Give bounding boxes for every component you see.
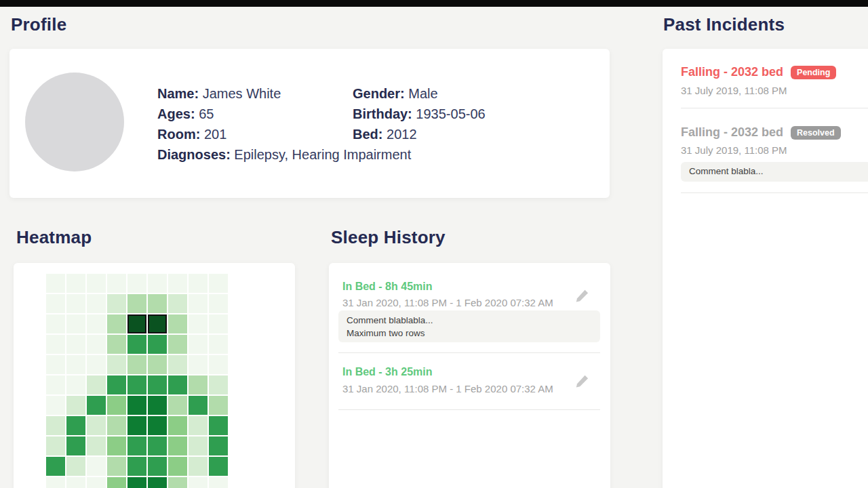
heatmap-cell[interactable] — [107, 436, 126, 455]
heatmap-cell[interactable] — [189, 416, 208, 435]
heatmap-cell[interactable] — [148, 457, 167, 476]
heatmap-cell[interactable] — [209, 294, 228, 313]
heatmap-cell[interactable] — [66, 335, 85, 354]
heatmap-cell[interactable] — [66, 274, 85, 293]
heatmap-cell[interactable] — [66, 355, 85, 374]
heatmap-cell[interactable] — [127, 396, 146, 415]
heatmap-cell[interactable] — [87, 375, 106, 394]
heatmap-cell[interactable] — [66, 396, 85, 415]
heatmap-cell[interactable] — [209, 355, 228, 374]
heatmap-cell[interactable] — [168, 396, 187, 415]
heatmap-cell[interactable] — [148, 274, 167, 293]
heatmap-cell[interactable] — [87, 335, 106, 354]
heatmap-cell[interactable] — [46, 274, 65, 293]
heatmap-cell[interactable] — [189, 355, 208, 374]
heatmap-cell[interactable] — [46, 457, 65, 476]
heatmap-cell[interactable] — [46, 416, 65, 435]
heatmap-cell[interactable] — [87, 416, 106, 435]
heatmap-cell[interactable] — [127, 294, 146, 313]
heatmap-cell[interactable] — [46, 375, 65, 394]
heatmap-cell[interactable] — [127, 274, 146, 293]
heatmap-cell[interactable] — [168, 436, 187, 455]
heatmap-cell[interactable] — [87, 274, 106, 293]
heatmap-cell[interactable] — [168, 294, 187, 313]
heatmap-cell[interactable] — [168, 314, 187, 333]
heatmap-cell[interactable] — [168, 477, 187, 488]
heatmap-cell[interactable] — [46, 436, 65, 455]
heatmap-cell[interactable] — [46, 314, 65, 333]
heatmap-cell[interactable] — [107, 314, 126, 333]
heatmap-cell[interactable] — [168, 274, 187, 293]
heatmap-cell[interactable] — [66, 294, 85, 313]
heatmap-cell[interactable] — [107, 416, 126, 435]
heatmap-cell[interactable] — [127, 355, 146, 374]
heatmap-cell[interactable] — [107, 457, 126, 476]
heatmap-cell[interactable] — [189, 457, 208, 476]
heatmap-cell[interactable] — [107, 477, 126, 488]
heatmap-cell[interactable] — [87, 477, 106, 488]
heatmap-cell[interactable] — [127, 436, 146, 455]
heatmap-cell[interactable] — [87, 294, 106, 313]
heatmap-cell[interactable] — [168, 416, 187, 435]
heatmap-cell[interactable] — [189, 335, 208, 354]
heatmap-cell[interactable] — [87, 355, 106, 374]
heatmap-cell[interactable] — [168, 375, 187, 394]
heatmap-cell[interactable] — [127, 416, 146, 435]
heatmap-cell[interactable] — [66, 436, 85, 455]
heatmap-cell[interactable] — [148, 375, 167, 394]
heatmap-cell[interactable] — [127, 335, 146, 354]
heatmap-cell[interactable] — [148, 416, 167, 435]
heatmap-cell[interactable] — [66, 314, 85, 333]
heatmap-cell[interactable] — [46, 335, 65, 354]
heatmap-cell[interactable] — [127, 457, 146, 476]
edit-icon[interactable] — [573, 373, 591, 390]
heatmap-cell[interactable] — [87, 396, 106, 415]
heatmap-cell[interactable] — [148, 294, 167, 313]
heatmap-cell[interactable] — [189, 436, 208, 455]
heatmap-cell[interactable] — [127, 314, 146, 333]
heatmap-cell[interactable] — [148, 314, 167, 333]
heatmap-cell[interactable] — [107, 335, 126, 354]
heatmap-cell[interactable] — [66, 457, 85, 476]
heatmap-cell[interactable] — [107, 355, 126, 374]
heatmap-cell[interactable] — [107, 396, 126, 415]
heatmap-cell[interactable] — [209, 477, 228, 488]
heatmap-cell[interactable] — [87, 457, 106, 476]
heatmap-cell[interactable] — [46, 355, 65, 374]
heatmap-cell[interactable] — [189, 477, 208, 488]
heatmap-cell[interactable] — [148, 396, 167, 415]
heatmap-cell[interactable] — [46, 477, 65, 488]
heatmap-cell[interactable] — [189, 375, 208, 394]
heatmap-cell[interactable] — [107, 274, 126, 293]
heatmap-cell[interactable] — [209, 416, 228, 435]
heatmap-cell[interactable] — [209, 436, 228, 455]
heatmap-cell[interactable] — [148, 436, 167, 455]
heatmap-cell[interactable] — [127, 477, 146, 488]
incident-item[interactable]: Falling - 2032 bed Pending — [681, 65, 836, 79]
heatmap-cell[interactable] — [189, 294, 208, 313]
heatmap-cell[interactable] — [148, 335, 167, 354]
edit-icon[interactable] — [573, 287, 591, 305]
heatmap-cell[interactable] — [209, 335, 228, 354]
incident-item[interactable]: Falling - 2032 bed Resolved — [681, 125, 841, 140]
heatmap-cell[interactable] — [168, 355, 187, 374]
heatmap-cell[interactable] — [127, 375, 146, 394]
heatmap-cell[interactable] — [189, 274, 208, 293]
heatmap-cell[interactable] — [209, 396, 228, 415]
heatmap-cell[interactable] — [168, 335, 187, 354]
heatmap-cell[interactable] — [66, 416, 85, 435]
heatmap-cell[interactable] — [46, 294, 65, 313]
heatmap-cell[interactable] — [148, 355, 167, 374]
heatmap-cell[interactable] — [87, 436, 106, 455]
heatmap-cell[interactable] — [209, 314, 228, 333]
heatmap-cell[interactable] — [209, 457, 228, 476]
heatmap-cell[interactable] — [66, 477, 85, 488]
heatmap-cell[interactable] — [107, 294, 126, 313]
heatmap-cell[interactable] — [107, 375, 126, 394]
heatmap-cell[interactable] — [209, 375, 228, 394]
heatmap-cell[interactable] — [189, 314, 208, 333]
heatmap-cell[interactable] — [168, 457, 187, 476]
heatmap-cell[interactable] — [46, 396, 65, 415]
heatmap-cell[interactable] — [148, 477, 167, 488]
heatmap-cell[interactable] — [209, 274, 228, 293]
